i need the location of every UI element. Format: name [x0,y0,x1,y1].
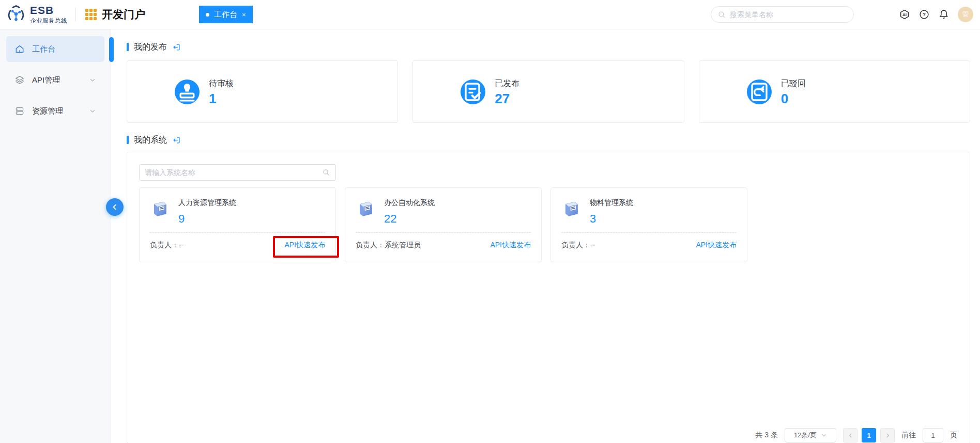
page-size-select[interactable]: 12条/页 [785,428,836,442]
svg-text:?: ? [923,11,926,17]
system-disk-icon [561,199,581,219]
ai-assistant-icon[interactable]: AI [899,9,910,20]
stat-value: 0 [781,92,806,105]
svg-text:AI: AI [902,12,907,17]
page-size-value: 12条/页 [794,431,817,440]
system-card-material: 物料管理系统 3 负责人：-- API快速发布 [550,187,747,262]
active-menu-indicator [109,37,114,62]
systems-section-title: 我的系统 [127,134,970,146]
collapse-section-icon[interactable] [172,136,181,145]
app-logo: ESB 企业服务总线 [0,5,67,25]
esb-logo-icon [6,5,26,24]
stamp-icon [175,80,200,104]
api-quick-publish-link[interactable]: API快速发布 [284,241,325,250]
database-icon [14,106,25,116]
header-actions: AI ? 管 [899,0,973,29]
layers-icon [14,75,25,85]
next-page-button[interactable] [880,428,895,442]
goto-label: 前往 [901,431,916,440]
doc-check-icon [461,80,485,104]
sidebar-collapse-button[interactable] [106,198,124,216]
system-name: 物料管理系统 [590,198,633,208]
stat-value: 1 [209,92,234,105]
pagination-total: 共 3 条 [755,431,778,440]
section-title-text: 我的发布 [134,42,167,53]
system-owner: 负责人：系统管理员 [356,241,421,250]
publish-section-title: 我的发布 [127,41,970,53]
stat-card-rejected: 已驳回 0 [699,60,970,123]
api-quick-publish-link[interactable]: API快速发布 [490,241,531,250]
systems-panel: 人力资源管理系统 9 负责人：-- API快速发布 [127,152,970,443]
logo-title: ESB [30,5,67,15]
portal-title: 开发门户 [102,7,145,22]
sidebar-item-api-management[interactable]: API管理 [6,67,104,93]
title-accent-bar [127,43,129,51]
sidebar-item-label: 工作台 [32,44,55,54]
header-divider [75,8,76,21]
main-content: 我的发布 待审核 1 [112,29,980,443]
stat-card-published: 已发布 27 [412,60,684,123]
app-header: ESB 企业服务总线 开发门户 工作台 × AI [0,0,980,29]
sidebar-item-resource-management[interactable]: 资源管理 [6,98,104,124]
system-name: 人力资源管理系统 [178,198,236,208]
chevron-left-icon [110,202,120,212]
logo-subtitle: 企业服务总线 [30,17,67,25]
search-icon[interactable] [322,168,330,177]
tab-active-dot [206,13,209,17]
system-disk-icon [356,199,375,219]
sidebar-item-workbench[interactable]: 工作台 [6,36,104,62]
system-api-count: 3 [590,213,633,225]
doc-return-icon [747,80,772,104]
stat-label: 已驳回 [781,78,806,89]
menu-search[interactable] [711,6,854,23]
system-card-oa: 办公自动化系统 22 负责人：系统管理员 API快速发布 [345,187,542,262]
system-owner: 负责人：-- [561,241,595,250]
stat-value: 27 [495,92,519,105]
stats-row: 待审核 1 已发布 27 [127,60,970,123]
chevron-left-icon [847,432,854,439]
sidebar: 工作台 API管理 资源管理 [0,29,111,443]
goto-page-input[interactable] [923,428,943,442]
system-card-hr: 人力资源管理系统 9 负责人：-- API快速发布 [139,187,336,262]
notification-bell-icon[interactable] [938,9,950,20]
page-unit-label: 页 [950,431,957,440]
system-search-input[interactable] [145,168,318,177]
section-title-text: 我的系统 [134,135,167,146]
chevron-down-icon [89,107,96,115]
portal-title-group: 开发门户 [85,7,145,22]
chevron-down-icon [821,432,827,438]
sidebar-item-label: 资源管理 [32,106,63,116]
stat-label: 已发布 [495,78,519,89]
help-icon[interactable]: ? [918,9,930,20]
search-icon [717,10,726,19]
page-number-1[interactable]: 1 [862,428,876,442]
system-disk-icon [150,199,170,219]
home-icon [14,44,25,54]
system-api-count: 22 [384,213,435,225]
collapse-section-icon[interactable] [172,43,181,52]
sidebar-item-label: API管理 [32,75,60,85]
pagination: 共 3 条 12条/页 1 [755,428,957,442]
tab-close-icon[interactable]: × [242,11,246,19]
system-api-count: 9 [178,213,236,225]
tab-label: 工作台 [214,10,237,20]
chevron-down-icon [89,76,96,84]
menu-search-input[interactable] [730,10,847,19]
system-search[interactable] [139,164,336,181]
system-owner: 负责人：-- [150,241,183,250]
system-name: 办公自动化系统 [384,198,435,208]
title-accent-bar [127,136,129,144]
api-quick-publish-link[interactable]: API快速发布 [696,241,737,250]
tab-workbench[interactable]: 工作台 × [199,6,253,23]
chevron-right-icon [884,432,891,439]
system-cards-row: 人力资源管理系统 9 负责人：-- API快速发布 [139,187,958,262]
stat-card-pending: 待审核 1 [127,60,398,123]
stat-label: 待审核 [209,78,234,89]
prev-page-button[interactable] [843,428,858,442]
user-avatar[interactable]: 管 [958,7,973,22]
portal-grid-icon [85,9,97,20]
